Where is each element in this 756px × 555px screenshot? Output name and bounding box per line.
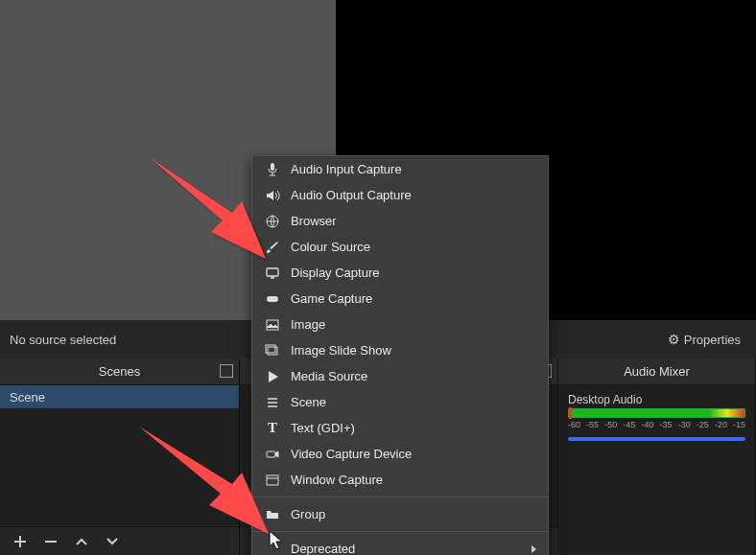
volume-slider[interactable] <box>568 437 745 441</box>
menu-item-image-slide-show[interactable]: Image Slide Show <box>252 337 548 363</box>
menu-item-image[interactable]: Image <box>252 312 548 337</box>
mic-icon <box>264 161 281 178</box>
properties-button[interactable]: ⚙ Properties <box>662 328 746 351</box>
menu-item-label: Colour Source <box>291 240 536 254</box>
menu-item-label: Deprecated <box>291 542 522 555</box>
meter-peak-marker <box>569 407 572 419</box>
menu-item-display-capture[interactable]: Display Capture <box>252 260 548 286</box>
svg-rect-0 <box>271 163 274 171</box>
menu-item-colour-source[interactable]: Colour Source <box>252 234 548 260</box>
menu-item-group[interactable]: Group <box>252 501 548 527</box>
mixer-body: Desktop Audio -60 -55 -50 -45 -40 -35 -3… <box>558 385 755 555</box>
window-icon <box>264 472 281 489</box>
menu-item-media-source[interactable]: Media Source <box>252 363 548 389</box>
scenes-title: Scenes <box>99 364 140 379</box>
scenes-panel: Scenes Scene <box>0 358 240 555</box>
text-icon: T <box>264 420 281 437</box>
tick: -35 <box>660 420 673 429</box>
gear-icon: ⚙ <box>668 332 680 347</box>
menu-item-label: Video Capture Device <box>291 447 536 461</box>
scene-item[interactable]: Scene <box>0 385 239 408</box>
chevron-right-icon <box>532 545 536 553</box>
tick: -15 <box>733 420 745 429</box>
move-scene-up-button[interactable] <box>73 533 90 550</box>
menu-item-scene[interactable]: Scene <box>252 389 548 415</box>
scenes-toolbar <box>0 526 239 555</box>
properties-label: Properties <box>684 333 741 347</box>
camera-icon <box>264 446 281 463</box>
scenes-header: Scenes <box>0 358 239 385</box>
audio-meter <box>568 408 745 418</box>
tick: -30 <box>678 420 691 429</box>
scene-item-label: Scene <box>10 390 45 405</box>
svg-rect-8 <box>267 475 278 485</box>
menu-item-game-capture[interactable]: Game Capture <box>252 286 548 312</box>
tick: -55 <box>586 420 599 429</box>
mixer-title: Audio Mixer <box>624 364 690 379</box>
speaker-icon <box>264 187 281 204</box>
menu-item-label: Scene <box>291 395 536 409</box>
tick: -50 <box>604 420 617 429</box>
menu-item-label: Media Source <box>291 369 536 383</box>
tick: -20 <box>715 420 727 429</box>
menu-item-label: Window Capture <box>291 473 536 487</box>
list-icon <box>264 394 281 411</box>
tick: -25 <box>697 420 709 429</box>
menu-item-window-capture[interactable]: Window Capture <box>252 467 548 493</box>
mixer-header: Audio Mixer <box>558 358 755 385</box>
menu-item-label: Audio Output Capture <box>291 188 536 202</box>
menu-item-label: Image Slide Show <box>291 343 536 358</box>
menu-divider <box>252 497 548 497</box>
svg-rect-2 <box>267 268 278 276</box>
menu-item-video-capture-device[interactable]: Video Capture Device <box>252 441 548 467</box>
play-icon <box>264 368 281 385</box>
scenes-list[interactable]: Scene <box>0 385 239 526</box>
meter-ticks: -60 -55 -50 -45 -40 -35 -30 -25 -20 -15 <box>568 420 745 429</box>
tick: -60 <box>568 420 580 429</box>
menu-item-label: Audio Input Capture <box>291 162 536 176</box>
menu-item-label: Group <box>291 507 536 521</box>
image-icon <box>264 316 281 334</box>
undock-icon[interactable] <box>220 364 233 378</box>
globe-icon <box>264 213 281 230</box>
monitor-icon <box>264 265 281 282</box>
gamepad-icon <box>264 290 281 308</box>
move-scene-down-button[interactable] <box>104 533 121 550</box>
svg-rect-3 <box>267 296 278 302</box>
svg-rect-7 <box>267 451 275 457</box>
remove-scene-button[interactable] <box>42 533 59 550</box>
tick: -40 <box>641 420 653 429</box>
mixer-track: Desktop Audio -60 -55 -50 -45 -40 -35 -3… <box>568 393 745 441</box>
slideshow-icon <box>264 342 281 359</box>
menu-item-label: Text (GDI+) <box>291 421 536 435</box>
menu-item-audio-output-capture[interactable]: Audio Output Capture <box>252 182 548 208</box>
menu-item-label: Browser <box>291 214 536 228</box>
folder-icon <box>264 506 281 523</box>
tick: -45 <box>623 420 635 429</box>
brush-icon <box>264 239 281 256</box>
menu-item-label: Image <box>291 317 536 332</box>
menu-item-text-gdi[interactable]: T Text (GDI+) <box>252 415 548 441</box>
menu-item-label: Display Capture <box>291 266 536 280</box>
add-source-context-menu[interactable]: Audio Input Capture Audio Output Capture… <box>251 155 549 555</box>
menu-item-audio-input-capture[interactable]: Audio Input Capture <box>252 156 548 182</box>
menu-item-browser[interactable]: Browser <box>252 208 548 234</box>
menu-item-deprecated[interactable]: Deprecated <box>252 536 548 555</box>
svg-rect-4 <box>267 320 278 330</box>
audio-mixer-panel: Audio Mixer Desktop Audio -60 -55 -50 -4… <box>558 358 756 555</box>
mixer-track-label: Desktop Audio <box>568 393 745 406</box>
blank-icon <box>264 541 281 556</box>
add-scene-button[interactable] <box>12 533 29 550</box>
menu-divider <box>252 531 548 532</box>
menu-item-label: Game Capture <box>291 291 536 306</box>
